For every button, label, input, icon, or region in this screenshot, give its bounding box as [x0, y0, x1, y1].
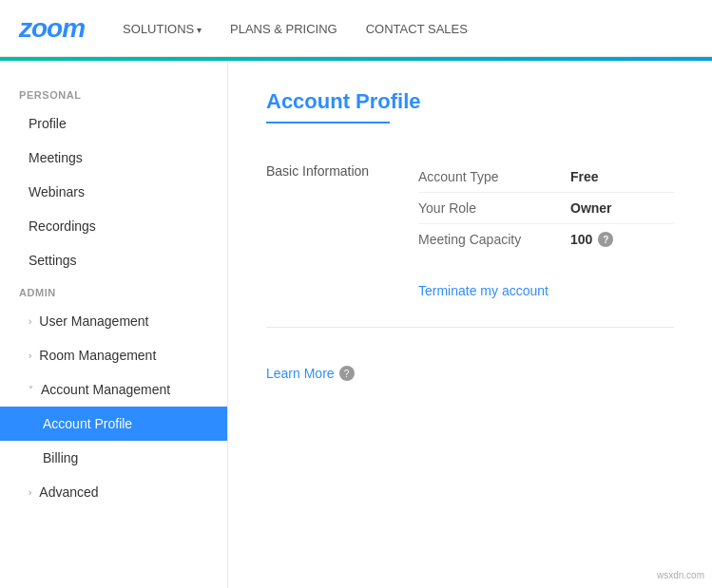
sidebar-item-user-management[interactable]: › User Management: [0, 304, 227, 338]
meeting-capacity-key: Meeting Capacity: [418, 232, 570, 247]
logo[interactable]: zoom: [19, 13, 85, 44]
sidebar-item-recordings[interactable]: Recordings: [0, 209, 227, 243]
nav-links: SOLUTIONS PLANS & PRICING CONTACT SALES: [123, 21, 468, 36]
learn-more-label: Learn More: [266, 366, 335, 381]
sidebar-section-admin: ADMIN: [0, 277, 227, 304]
sidebar-section-personal: PERSONAL: [0, 80, 227, 106]
chevron-right-icon: ›: [29, 351, 31, 361]
account-type-key: Account Type: [418, 169, 570, 184]
account-type-val: Free: [570, 169, 599, 184]
sidebar-item-meetings-label: Meetings: [29, 150, 83, 165]
title-underline: [266, 122, 390, 123]
learn-more-section: Learn More ?: [266, 347, 674, 381]
content-area: Account Profile Basic Information Accoun…: [228, 61, 712, 588]
account-type-row: Account Type Free: [418, 161, 674, 193]
watermark: wsxdn.com: [657, 570, 704, 580]
sidebar-item-account-profile-label: Account Profile: [43, 416, 132, 431]
nav-plans-pricing[interactable]: PLANS & PRICING: [230, 22, 337, 36]
sidebar: PERSONAL Profile Meetings Webinars Recor…: [0, 61, 228, 588]
sidebar-item-webinars[interactable]: Webinars: [0, 175, 227, 209]
meeting-capacity-row: Meeting Capacity 100 ?: [418, 224, 674, 255]
terminate-account-link[interactable]: Terminate my account: [418, 274, 548, 308]
nav-contact-sales[interactable]: CONTACT SALES: [366, 22, 468, 36]
learn-more-info-icon[interactable]: ?: [339, 366, 355, 381]
sidebar-item-account-profile[interactable]: Account Profile: [0, 407, 227, 441]
info-data-col: Account Type Free Your Role Owner Meetin…: [418, 161, 674, 255]
nav-solutions[interactable]: SOLUTIONS: [123, 22, 202, 36]
info-icon[interactable]: ?: [598, 232, 613, 247]
sidebar-item-room-management-label: Room Management: [39, 348, 156, 363]
sidebar-item-user-management-label: User Management: [39, 313, 148, 329]
sidebar-item-profile[interactable]: Profile: [0, 106, 227, 141]
learn-more-link[interactable]: Learn More ?: [266, 366, 355, 381]
top-nav: zoom SOLUTIONS PLANS & PRICING CONTACT S…: [0, 0, 712, 57]
sidebar-item-meetings[interactable]: Meetings: [0, 141, 227, 175]
meeting-capacity-val: 100 ?: [570, 232, 613, 247]
sidebar-item-profile-label: Profile: [29, 116, 67, 131]
basic-info-row: Basic Information Account Type Free Your…: [266, 152, 674, 264]
info-section: Basic Information Account Type Free Your…: [266, 152, 674, 328]
chevron-down-icon: ˅: [29, 385, 33, 395]
page-title: Account Profile: [266, 89, 674, 114]
chevron-right-icon: ›: [29, 487, 31, 498]
sidebar-item-room-management[interactable]: › Room Management: [0, 338, 227, 372]
sidebar-item-account-management-label: Account Management: [41, 382, 170, 397]
your-role-val: Owner: [570, 200, 612, 216]
your-role-row: Your Role Owner: [418, 193, 674, 224]
sidebar-item-billing[interactable]: Billing: [0, 441, 227, 475]
sidebar-item-settings-label: Settings: [29, 253, 77, 268]
sidebar-item-billing-label: Billing: [43, 450, 78, 465]
sidebar-item-advanced[interactable]: › Advanced: [0, 475, 227, 509]
main-layout: PERSONAL Profile Meetings Webinars Recor…: [0, 61, 712, 588]
capacity-number: 100: [570, 232, 592, 247]
sidebar-item-settings[interactable]: Settings: [0, 243, 227, 277]
sidebar-item-recordings-label: Recordings: [29, 218, 96, 234]
sidebar-item-webinars-label: Webinars: [29, 184, 85, 199]
sidebar-item-advanced-label: Advanced: [39, 484, 98, 500]
basic-info-label: Basic Information: [266, 161, 418, 179]
sidebar-item-account-management[interactable]: ˅ Account Management: [0, 372, 227, 407]
chevron-right-icon: ›: [29, 316, 31, 327]
your-role-key: Your Role: [418, 200, 570, 216]
